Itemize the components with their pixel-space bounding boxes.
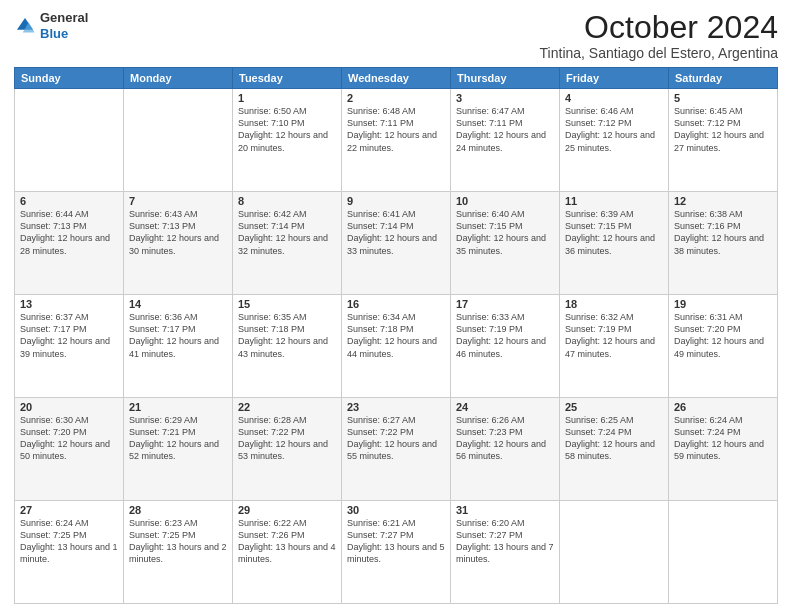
calendar-cell: 7Sunrise: 6:43 AM Sunset: 7:13 PM Daylig… xyxy=(124,192,233,295)
calendar-cell: 25Sunrise: 6:25 AM Sunset: 7:24 PM Dayli… xyxy=(560,398,669,501)
day-number: 8 xyxy=(238,195,336,207)
day-number: 2 xyxy=(347,92,445,104)
calendar-cell xyxy=(15,89,124,192)
day-number: 27 xyxy=(20,504,118,516)
day-number: 17 xyxy=(456,298,554,310)
calendar-week-3: 20Sunrise: 6:30 AM Sunset: 7:20 PM Dayli… xyxy=(15,398,778,501)
day-number: 14 xyxy=(129,298,227,310)
calendar-cell xyxy=(669,501,778,604)
calendar-cell: 13Sunrise: 6:37 AM Sunset: 7:17 PM Dayli… xyxy=(15,295,124,398)
day-number: 13 xyxy=(20,298,118,310)
day-info: Sunrise: 6:23 AM Sunset: 7:25 PM Dayligh… xyxy=(129,517,227,566)
calendar-cell: 21Sunrise: 6:29 AM Sunset: 7:21 PM Dayli… xyxy=(124,398,233,501)
calendar-cell: 11Sunrise: 6:39 AM Sunset: 7:15 PM Dayli… xyxy=(560,192,669,295)
day-number: 28 xyxy=(129,504,227,516)
calendar-cell xyxy=(560,501,669,604)
logo-text: General Blue xyxy=(40,10,88,41)
calendar-cell: 15Sunrise: 6:35 AM Sunset: 7:18 PM Dayli… xyxy=(233,295,342,398)
day-info: Sunrise: 6:36 AM Sunset: 7:17 PM Dayligh… xyxy=(129,311,227,360)
calendar-table: Sunday Monday Tuesday Wednesday Thursday… xyxy=(14,67,778,604)
day-number: 18 xyxy=(565,298,663,310)
col-wednesday: Wednesday xyxy=(342,68,451,89)
calendar-cell: 28Sunrise: 6:23 AM Sunset: 7:25 PM Dayli… xyxy=(124,501,233,604)
logo-blue: Blue xyxy=(40,26,68,41)
day-number: 31 xyxy=(456,504,554,516)
day-number: 30 xyxy=(347,504,445,516)
calendar-header: Sunday Monday Tuesday Wednesday Thursday… xyxy=(15,68,778,89)
logo: General Blue xyxy=(14,10,88,41)
day-info: Sunrise: 6:37 AM Sunset: 7:17 PM Dayligh… xyxy=(20,311,118,360)
day-number: 6 xyxy=(20,195,118,207)
calendar-cell: 10Sunrise: 6:40 AM Sunset: 7:15 PM Dayli… xyxy=(451,192,560,295)
day-info: Sunrise: 6:30 AM Sunset: 7:20 PM Dayligh… xyxy=(20,414,118,463)
day-info: Sunrise: 6:24 AM Sunset: 7:24 PM Dayligh… xyxy=(674,414,772,463)
day-number: 23 xyxy=(347,401,445,413)
day-number: 1 xyxy=(238,92,336,104)
day-info: Sunrise: 6:29 AM Sunset: 7:21 PM Dayligh… xyxy=(129,414,227,463)
day-number: 25 xyxy=(565,401,663,413)
day-info: Sunrise: 6:22 AM Sunset: 7:26 PM Dayligh… xyxy=(238,517,336,566)
day-info: Sunrise: 6:26 AM Sunset: 7:23 PM Dayligh… xyxy=(456,414,554,463)
day-info: Sunrise: 6:27 AM Sunset: 7:22 PM Dayligh… xyxy=(347,414,445,463)
calendar-cell: 14Sunrise: 6:36 AM Sunset: 7:17 PM Dayli… xyxy=(124,295,233,398)
calendar-cell: 22Sunrise: 6:28 AM Sunset: 7:22 PM Dayli… xyxy=(233,398,342,501)
day-number: 19 xyxy=(674,298,772,310)
day-number: 5 xyxy=(674,92,772,104)
calendar-week-2: 13Sunrise: 6:37 AM Sunset: 7:17 PM Dayli… xyxy=(15,295,778,398)
day-info: Sunrise: 6:48 AM Sunset: 7:11 PM Dayligh… xyxy=(347,105,445,154)
calendar-cell: 24Sunrise: 6:26 AM Sunset: 7:23 PM Dayli… xyxy=(451,398,560,501)
calendar-cell: 23Sunrise: 6:27 AM Sunset: 7:22 PM Dayli… xyxy=(342,398,451,501)
day-info: Sunrise: 6:44 AM Sunset: 7:13 PM Dayligh… xyxy=(20,208,118,257)
calendar-cell: 16Sunrise: 6:34 AM Sunset: 7:18 PM Dayli… xyxy=(342,295,451,398)
day-info: Sunrise: 6:40 AM Sunset: 7:15 PM Dayligh… xyxy=(456,208,554,257)
header: General Blue October 2024 Tintina, Santi… xyxy=(14,10,778,61)
day-number: 26 xyxy=(674,401,772,413)
calendar-body: 1Sunrise: 6:50 AM Sunset: 7:10 PM Daylig… xyxy=(15,89,778,604)
day-number: 29 xyxy=(238,504,336,516)
day-info: Sunrise: 6:34 AM Sunset: 7:18 PM Dayligh… xyxy=(347,311,445,360)
day-number: 21 xyxy=(129,401,227,413)
calendar-week-1: 6Sunrise: 6:44 AM Sunset: 7:13 PM Daylig… xyxy=(15,192,778,295)
month-title: October 2024 xyxy=(540,10,778,45)
calendar-cell: 18Sunrise: 6:32 AM Sunset: 7:19 PM Dayli… xyxy=(560,295,669,398)
col-tuesday: Tuesday xyxy=(233,68,342,89)
calendar-cell: 31Sunrise: 6:20 AM Sunset: 7:27 PM Dayli… xyxy=(451,501,560,604)
calendar-cell: 12Sunrise: 6:38 AM Sunset: 7:16 PM Dayli… xyxy=(669,192,778,295)
day-number: 22 xyxy=(238,401,336,413)
day-number: 10 xyxy=(456,195,554,207)
calendar-cell: 2Sunrise: 6:48 AM Sunset: 7:11 PM Daylig… xyxy=(342,89,451,192)
day-info: Sunrise: 6:20 AM Sunset: 7:27 PM Dayligh… xyxy=(456,517,554,566)
day-info: Sunrise: 6:45 AM Sunset: 7:12 PM Dayligh… xyxy=(674,105,772,154)
calendar-cell: 20Sunrise: 6:30 AM Sunset: 7:20 PM Dayli… xyxy=(15,398,124,501)
day-info: Sunrise: 6:21 AM Sunset: 7:27 PM Dayligh… xyxy=(347,517,445,566)
day-info: Sunrise: 6:47 AM Sunset: 7:11 PM Dayligh… xyxy=(456,105,554,154)
day-info: Sunrise: 6:38 AM Sunset: 7:16 PM Dayligh… xyxy=(674,208,772,257)
calendar-cell xyxy=(124,89,233,192)
header-row: Sunday Monday Tuesday Wednesday Thursday… xyxy=(15,68,778,89)
day-info: Sunrise: 6:50 AM Sunset: 7:10 PM Dayligh… xyxy=(238,105,336,154)
title-block: October 2024 Tintina, Santiago del Ester… xyxy=(540,10,778,61)
calendar-cell: 29Sunrise: 6:22 AM Sunset: 7:26 PM Dayli… xyxy=(233,501,342,604)
calendar-cell: 19Sunrise: 6:31 AM Sunset: 7:20 PM Dayli… xyxy=(669,295,778,398)
day-info: Sunrise: 6:41 AM Sunset: 7:14 PM Dayligh… xyxy=(347,208,445,257)
col-thursday: Thursday xyxy=(451,68,560,89)
day-number: 12 xyxy=(674,195,772,207)
calendar-week-4: 27Sunrise: 6:24 AM Sunset: 7:25 PM Dayli… xyxy=(15,501,778,604)
subtitle: Tintina, Santiago del Estero, Argentina xyxy=(540,45,778,61)
day-number: 3 xyxy=(456,92,554,104)
day-info: Sunrise: 6:46 AM Sunset: 7:12 PM Dayligh… xyxy=(565,105,663,154)
day-number: 9 xyxy=(347,195,445,207)
day-number: 20 xyxy=(20,401,118,413)
calendar-cell: 3Sunrise: 6:47 AM Sunset: 7:11 PM Daylig… xyxy=(451,89,560,192)
calendar-cell: 4Sunrise: 6:46 AM Sunset: 7:12 PM Daylig… xyxy=(560,89,669,192)
logo-icon xyxy=(14,15,36,37)
day-info: Sunrise: 6:33 AM Sunset: 7:19 PM Dayligh… xyxy=(456,311,554,360)
day-info: Sunrise: 6:42 AM Sunset: 7:14 PM Dayligh… xyxy=(238,208,336,257)
day-info: Sunrise: 6:39 AM Sunset: 7:15 PM Dayligh… xyxy=(565,208,663,257)
day-info: Sunrise: 6:25 AM Sunset: 7:24 PM Dayligh… xyxy=(565,414,663,463)
col-monday: Monday xyxy=(124,68,233,89)
day-number: 15 xyxy=(238,298,336,310)
col-friday: Friday xyxy=(560,68,669,89)
page: General Blue October 2024 Tintina, Santi… xyxy=(0,0,792,612)
col-sunday: Sunday xyxy=(15,68,124,89)
